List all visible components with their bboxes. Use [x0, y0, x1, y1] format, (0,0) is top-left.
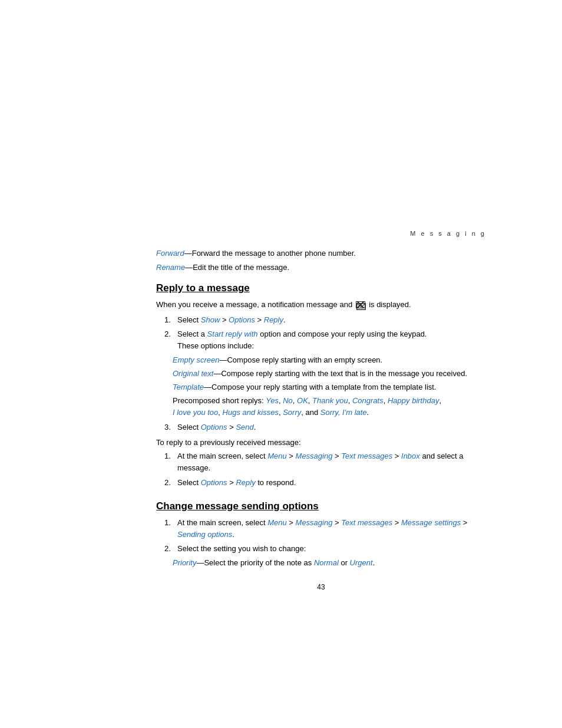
- page-container: M e s s a g i n g Forward—Forward the me…: [0, 0, 562, 728]
- to-reply-step1: 1. At the main screen, select Menu > Mes…: [164, 450, 486, 474]
- forward-line: Forward—Forward the message to another p…: [156, 248, 486, 259]
- intro-start-text: When you receive a message, a notificati…: [156, 299, 352, 311]
- send-link[interactable]: Send: [236, 423, 253, 431]
- step2-sub: These options include:: [177, 341, 254, 350]
- precomposed-item: Precomposed short replys: Yes, No, OK, T…: [173, 395, 486, 419]
- urgent-link[interactable]: Urgent: [350, 558, 373, 567]
- content-area: M e s s a g i n g Forward—Forward the me…: [156, 230, 486, 591]
- rename-link[interactable]: Rename: [156, 263, 185, 272]
- sorry-link[interactable]: Sorry: [283, 408, 301, 417]
- sorry-late-link[interactable]: Sorry, I'm late: [320, 408, 367, 417]
- indent-block: Empty screen—Compose reply starting with…: [173, 354, 486, 419]
- s2-step2-content: Select the setting you wish to change:: [177, 543, 486, 555]
- step2-num: 2.: [164, 328, 174, 352]
- empty-screen-item: Empty screen—Compose reply starting with…: [173, 354, 486, 366]
- rename-line: Rename—Edit the title of the message.: [156, 262, 486, 274]
- priority-or: or: [339, 558, 350, 567]
- text-messages-link2[interactable]: Text messages: [341, 518, 392, 527]
- to-reply-step2-num: 2.: [164, 477, 174, 489]
- svg-rect-0: [357, 304, 366, 310]
- priority-dash: —Select the priority of the note as: [196, 558, 313, 567]
- intro-end-text: is displayed.: [369, 299, 411, 311]
- show-link[interactable]: Show: [201, 315, 220, 324]
- section1-heading: Reply to a message: [156, 282, 486, 294]
- original-text-dash: —Compose reply starting with the text th…: [213, 369, 467, 378]
- normal-link[interactable]: Normal: [314, 558, 339, 567]
- original-text-item: Original text—Compose reply starting wit…: [173, 368, 486, 380]
- page-number: 43: [156, 583, 486, 591]
- reply-link1[interactable]: Reply: [264, 315, 283, 324]
- sending-options-link[interactable]: Sending options: [177, 530, 232, 539]
- step3-num: 3.: [164, 421, 174, 433]
- forward-link[interactable]: Forward: [156, 249, 184, 258]
- step3-item: 3. Select Options > Send.: [164, 421, 486, 433]
- no-link[interactable]: No: [283, 396, 293, 405]
- menu-link1[interactable]: Menu: [267, 452, 287, 460]
- s2-step1-item: 1. At the main screen, select Menu > Mes…: [164, 517, 486, 541]
- s2-step1-content: At the main screen, select Menu > Messag…: [177, 517, 486, 541]
- step3-content: Select Options > Send.: [177, 421, 486, 433]
- section2-heading: Change message sending options: [156, 500, 486, 512]
- hugs-link[interactable]: Hugs and kisses: [223, 408, 279, 417]
- template-link[interactable]: Template: [173, 383, 204, 391]
- s2-step2-num: 2.: [164, 543, 174, 555]
- inbox-link[interactable]: Inbox: [401, 452, 420, 460]
- to-reply-step2: 2. Select Options > Reply to respond.: [164, 477, 486, 489]
- empty-screen-link[interactable]: Empty screen: [173, 355, 219, 364]
- priority-item: Priority—Select the priority of the note…: [173, 557, 486, 569]
- precomposed-label: Precomposed short replys:: [173, 396, 266, 405]
- step1-content: Select Show > Options > Reply.: [177, 314, 486, 326]
- i-love-you-link[interactable]: I love you too: [173, 408, 218, 417]
- congrats-link[interactable]: Congrats: [352, 396, 384, 405]
- step1-item: 1. Select Show > Options > Reply.: [164, 314, 486, 326]
- ok-link[interactable]: OK: [297, 396, 308, 405]
- empty-screen-text: —Compose reply starting with an empty sc…: [219, 355, 382, 364]
- menu-link2[interactable]: Menu: [267, 518, 287, 527]
- template-text: —Compose your reply starting with a temp…: [204, 383, 437, 391]
- message-settings-link[interactable]: Message settings: [401, 518, 461, 527]
- options-link2[interactable]: Options: [201, 423, 227, 431]
- forward-text: —Forward the message to another phone nu…: [184, 249, 356, 258]
- messaging-link2[interactable]: Messaging: [296, 518, 333, 527]
- to-reply-step2-content: Select Options > Reply to respond.: [177, 477, 486, 489]
- step2-content: Select a Start reply with option and com…: [177, 328, 486, 352]
- to-reply-step1-content: At the main screen, select Menu > Messag…: [177, 450, 486, 474]
- section1-intro: When you receive a message, a notificati…: [156, 299, 486, 311]
- reply-link2[interactable]: Reply: [236, 478, 255, 487]
- text-messages-link1[interactable]: Text messages: [341, 452, 392, 460]
- s2-indent-block: Priority—Select the priority of the note…: [173, 557, 486, 569]
- options-link1[interactable]: Options: [229, 315, 255, 324]
- envelope-icon: [356, 301, 365, 308]
- start-reply-with-link[interactable]: Start reply with: [207, 330, 258, 338]
- original-text-link[interactable]: Original text: [173, 369, 213, 378]
- rename-text: —Edit the title of the message.: [185, 263, 289, 272]
- s2-step2-item: 2. Select the setting you wish to change…: [164, 543, 486, 555]
- chapter-header: M e s s a g i n g: [156, 230, 486, 237]
- happy-birthday-link[interactable]: Happy birthday: [388, 396, 439, 405]
- thank-you-link[interactable]: Thank you: [312, 396, 348, 405]
- yes-link[interactable]: Yes: [266, 396, 279, 405]
- s2-step1-num: 1.: [164, 517, 174, 541]
- to-reply-header: To reply to a previously received messag…: [156, 437, 486, 449]
- priority-end: .: [373, 558, 375, 567]
- messaging-link1[interactable]: Messaging: [296, 452, 333, 460]
- template-item: Template—Compose your reply starting wit…: [173, 381, 486, 393]
- to-reply-step1-num: 1.: [164, 450, 174, 474]
- step2-item: 2. Select a Start reply with option and …: [164, 328, 486, 352]
- options-link3[interactable]: Options: [201, 478, 227, 487]
- priority-link[interactable]: Priority: [173, 558, 196, 567]
- step1-num: 1.: [164, 314, 174, 326]
